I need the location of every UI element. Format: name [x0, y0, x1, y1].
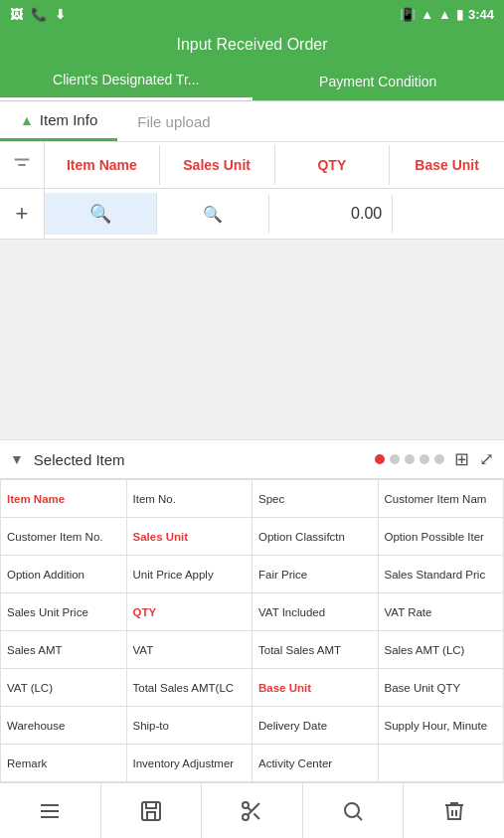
list-button[interactable] — [0, 783, 101, 838]
vat-field[interactable]: VAT — [127, 631, 253, 669]
vat-included-field[interactable]: VAT Included — [252, 593, 379, 631]
phone-icon: 📞 — [31, 7, 47, 22]
col-sales-unit: Sales Unit — [160, 145, 275, 185]
table-search-row: + 🔍 🔍 0.00 — [0, 189, 504, 240]
delivery-date-field[interactable]: Delivery Date — [252, 707, 379, 745]
col-item-name: Item Name — [45, 145, 160, 185]
option-classifctn-field[interactable]: Option Classifctn — [252, 518, 379, 556]
wifi-icon: ▲ — [420, 7, 433, 22]
selected-item-label: Selected Item — [34, 451, 365, 468]
tab-payment[interactable]: Payment Condition — [252, 62, 505, 100]
col-base-unit: Base Unit — [390, 145, 504, 185]
base-unit-cell — [393, 204, 504, 224]
search-nav-icon — [341, 799, 365, 823]
total-sales-amt-field[interactable]: Total Sales AMT — [252, 631, 379, 669]
svg-rect-4 — [147, 812, 155, 820]
dot-5[interactable] — [434, 454, 444, 464]
svg-line-9 — [249, 807, 252, 811]
save-button[interactable] — [101, 783, 203, 838]
item-no-field[interactable]: Item No. — [127, 480, 253, 518]
tab-client[interactable]: Client's Designated Tr... — [0, 62, 252, 100]
title-bar: Input Received Order — [0, 28, 504, 62]
svg-point-10 — [345, 803, 359, 817]
empty-table-area — [0, 240, 504, 439]
remark-field[interactable]: Remark — [1, 745, 127, 782]
fields-grid: Item Name Item No. Spec Customer Item Na… — [0, 479, 504, 782]
page-title: Input Received Order — [176, 36, 327, 53]
add-row-button[interactable]: + — [0, 189, 45, 239]
tab-item-info[interactable]: ▲ Item Info — [0, 101, 117, 141]
sales-amt-lc-field[interactable]: Sales AMT (LC) — [379, 631, 505, 669]
dot-3[interactable] — [405, 454, 415, 464]
sales-unit-search-cell[interactable]: 🔍 — [157, 195, 269, 234]
empty-field — [379, 745, 505, 782]
sort-col-icon — [0, 142, 45, 188]
qty-field[interactable]: QTY — [127, 593, 253, 631]
image-icon: 🖼 — [10, 7, 23, 22]
section-tabs[interactable]: ▲ Item Info File upload — [0, 101, 504, 142]
bottom-nav[interactable] — [0, 782, 504, 838]
status-left-icons: 🖼 📞 ⬇ — [10, 7, 66, 22]
svg-point-5 — [243, 802, 249, 808]
download-icon: ⬇ — [55, 7, 66, 22]
svg-line-11 — [358, 815, 362, 819]
battery-icon: ▮ — [456, 7, 463, 22]
customer-item-name-field[interactable]: Customer Item Nam — [379, 480, 505, 518]
tab-bar[interactable]: Client's Designated Tr... Payment Condit… — [0, 62, 504, 101]
sales-amt-field[interactable]: Sales AMT — [1, 631, 127, 669]
tab-item-info-label: Item Info — [40, 111, 97, 128]
pagination-dots[interactable] — [375, 454, 444, 464]
scissors-icon — [240, 799, 263, 823]
status-bar: 🖼 📞 ⬇ 📳 ▲ ▲ ▮ 3:44 — [0, 0, 504, 28]
chevron-down-icon: ▼ — [10, 451, 24, 467]
unit-price-apply-field[interactable]: Unit Price Apply — [127, 556, 253, 593]
activity-center-field[interactable]: Activity Center — [252, 745, 379, 782]
svg-point-6 — [243, 814, 249, 820]
sales-standard-price-field[interactable]: Sales Standard Pric — [379, 556, 505, 593]
supply-hour-minute-field[interactable]: Supply Hour, Minute — [379, 707, 505, 745]
customer-item-no-field[interactable]: Customer Item No. — [1, 518, 127, 556]
vat-rate-field[interactable]: VAT Rate — [379, 593, 505, 631]
vat-lc-field[interactable]: VAT (LC) — [1, 669, 127, 707]
list-icon — [38, 799, 62, 823]
qty-cell: 0.00 — [269, 195, 394, 233]
option-possible-item-field[interactable]: Option Possible Iter — [379, 518, 505, 556]
fair-price-field[interactable]: Fair Price — [252, 556, 379, 593]
search-button[interactable] — [303, 783, 405, 838]
base-unit-qty-field[interactable]: Base Unit QTY — [379, 669, 505, 707]
selected-item-header: ▼ Selected Item ⊞ ⤢ — [0, 439, 504, 479]
dot-2[interactable] — [390, 454, 400, 464]
svg-line-8 — [254, 813, 260, 819]
sort-icon — [11, 154, 33, 176]
sales-unit-field[interactable]: Sales Unit — [127, 518, 253, 556]
option-addition-field[interactable]: Option Addition — [1, 556, 127, 593]
tools-button[interactable] — [202, 783, 303, 838]
sales-unit-search-icon[interactable]: 🔍 — [203, 205, 223, 224]
qty-value: 0.00 — [351, 205, 382, 223]
dot-1[interactable] — [375, 454, 385, 464]
item-name-search-cell[interactable]: 🔍 — [45, 193, 157, 235]
spec-field[interactable]: Spec — [252, 480, 379, 518]
item-search-icon[interactable]: 🔍 — [89, 203, 111, 225]
col-qty: QTY — [275, 145, 391, 185]
expand-icon[interactable]: ⤢ — [479, 448, 494, 470]
arrow-icon: ▲ — [20, 112, 34, 128]
save-icon — [139, 799, 163, 823]
sales-unit-price-field[interactable]: Sales Unit Price — [1, 593, 127, 631]
warehouse-field[interactable]: Warehouse — [1, 707, 127, 745]
vibrate-icon: 📳 — [400, 7, 416, 22]
ship-to-field[interactable]: Ship-to — [127, 707, 253, 745]
base-unit-field[interactable]: Base Unit — [252, 669, 379, 707]
delete-button[interactable] — [404, 783, 504, 838]
time-display: 3:44 — [468, 7, 494, 22]
trash-icon — [442, 799, 466, 823]
status-right-icons: 📳 ▲ ▲ ▮ 3:44 — [400, 7, 494, 22]
table-header: Item Name Sales Unit QTY Base Unit — [0, 142, 504, 189]
grid-view-icon[interactable]: ⊞ — [454, 448, 469, 470]
inventory-adjustment-field[interactable]: Inventory Adjustmer — [127, 745, 253, 782]
tab-file-upload-label: File upload — [137, 113, 210, 130]
total-sales-amt-lc-field[interactable]: Total Sales AMT(LC — [127, 669, 253, 707]
tab-file-upload[interactable]: File upload — [117, 101, 230, 141]
dot-4[interactable] — [420, 454, 429, 464]
item-name-field[interactable]: Item Name — [1, 480, 127, 518]
